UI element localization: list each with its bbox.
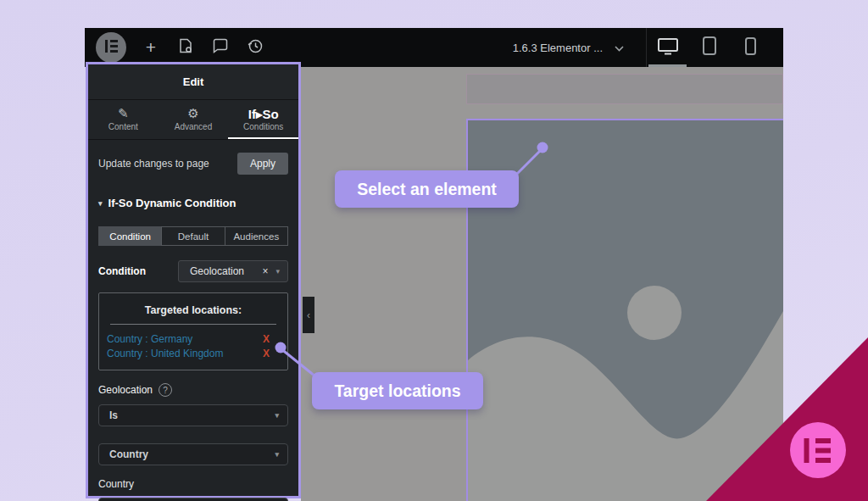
history-icon [247, 37, 264, 58]
geolocation-operator-select[interactable]: Is ▾ [98, 404, 288, 426]
apply-button[interactable]: Apply [237, 153, 288, 175]
geolocation-label: Geolocation [98, 384, 153, 396]
elementor-logo-icon [105, 40, 118, 56]
history-button[interactable] [245, 37, 265, 58]
preview-canvas[interactable]: ‹ [301, 67, 783, 501]
location-label: Country : Germany [107, 332, 192, 347]
tab-default[interactable]: Default [161, 226, 225, 246]
mobile-view-button[interactable] [730, 28, 771, 67]
callout-select-element: Select an element [335, 170, 519, 208]
add-element-button[interactable]: + [141, 37, 161, 58]
document-settings-icon [177, 37, 194, 58]
help-icon[interactable]: ? [159, 383, 172, 397]
remove-location-button[interactable]: X [263, 347, 280, 361]
chevron-left-icon: ‹ [307, 309, 310, 321]
desktop-icon [657, 37, 679, 58]
country-select[interactable]: Select Country ▾ [98, 498, 288, 501]
callout-target-locations: Target locations [312, 372, 483, 409]
location-type-value: Country [109, 448, 275, 460]
caret-down-icon: ▾ [98, 199, 103, 208]
dynamic-condition-section-toggle[interactable]: ▾ If-So Dynamic Condition [98, 197, 288, 209]
location-type-select[interactable]: Country ▾ [98, 443, 288, 465]
caret-down-icon: ▾ [275, 450, 279, 459]
location-label: Country : United Kingdom [107, 347, 223, 361]
tab-audiences[interactable]: Audiences [225, 226, 288, 246]
speech-bubble-icon [212, 37, 229, 58]
tablet-view-button[interactable] [688, 28, 730, 67]
operator-value: Is [109, 409, 275, 421]
update-changes-label: Update changes to page [98, 158, 209, 170]
divider [110, 324, 276, 325]
plus-icon: + [146, 37, 156, 58]
tab-content-label: Content [108, 122, 138, 131]
condition-tab-group: Condition Default Audiences [98, 226, 288, 246]
chevron-down-icon [615, 42, 624, 54]
clear-condition-icon[interactable]: × [262, 265, 268, 277]
elementor-logo-icon [804, 438, 832, 463]
tab-advanced-label: Advanced [175, 122, 212, 131]
active-tab-indicator [228, 137, 298, 139]
location-row: Country : Germany X [107, 332, 280, 347]
page-settings-button[interactable] [175, 37, 196, 58]
tab-ifso-conditions[interactable]: If▸So Conditions [228, 100, 298, 139]
elementor-menu-button[interactable] [96, 32, 126, 63]
location-row: Country : United Kingdom X [107, 347, 280, 361]
panel-collapse-handle[interactable]: ‹ [303, 297, 314, 333]
device-switcher [647, 28, 771, 67]
caret-down-icon: ▾ [275, 267, 280, 276]
ifso-settings-panel: Edit ✎ Content ⚙ Advanced If▸So Conditio… [86, 62, 301, 498]
condition-type-select[interactable]: Geolocation × ▾ [178, 260, 288, 282]
caret-down-icon: ▾ [275, 411, 279, 420]
gear-icon: ⚙ [187, 108, 198, 120]
notes-button[interactable] [210, 37, 231, 58]
mobile-icon [744, 36, 757, 59]
desktop-view-button[interactable] [647, 28, 688, 67]
tab-content[interactable]: ✎ Content [88, 100, 159, 139]
pencil-icon: ✎ [118, 108, 129, 120]
condition-type-value: Geolocation [190, 265, 262, 277]
ifso-logo: If▸So [248, 108, 279, 120]
active-device-indicator [648, 64, 687, 67]
remove-location-button[interactable]: X [263, 332, 280, 347]
condition-label: Condition [98, 265, 146, 277]
tab-conditions-label: Conditions [243, 122, 283, 131]
targeted-locations-title: Targeted locations: [107, 304, 280, 316]
tab-advanced[interactable]: ⚙ Advanced [159, 100, 229, 139]
panel-title: Edit [88, 64, 298, 100]
image-placeholder-icon [468, 489, 783, 501]
tablet-icon [702, 36, 717, 59]
elementor-badge [790, 422, 846, 478]
section-placeholder[interactable] [466, 74, 783, 104]
version-label: 1.6.3 Elementor ... [513, 42, 603, 54]
targeted-locations-box: Targeted locations: Country : Germany X … [98, 292, 288, 370]
panel-tab-bar: ✎ Content ⚙ Advanced If▸So Conditions [88, 100, 298, 140]
section-title: If-So Dynamic Condition [108, 197, 236, 209]
country-label: Country [98, 478, 288, 490]
version-dropdown[interactable]: 1.6.3 Elementor ... [513, 42, 624, 54]
tab-condition[interactable]: Condition [98, 226, 162, 246]
